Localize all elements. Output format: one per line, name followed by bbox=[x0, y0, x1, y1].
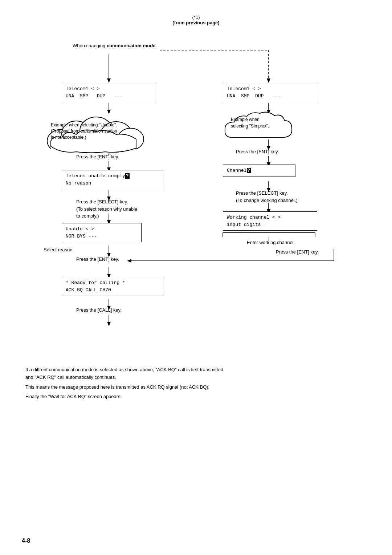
footer-para1: If a diffrent communication mode is sele… bbox=[25, 366, 229, 381]
right-screen3: Working channel < > input digits = bbox=[223, 211, 317, 231]
page-note: (*1) bbox=[22, 15, 370, 20]
footer-section: If a diffrent communication mode is sele… bbox=[22, 366, 370, 401]
left-screen2: Telecom unable comply? No reason bbox=[62, 170, 163, 189]
left-screen3: Unable < > NOR BYS --- bbox=[62, 223, 142, 242]
left-cloud-text: Example when selecting "Unable".(Proposa… bbox=[51, 122, 138, 140]
svg-marker-41 bbox=[107, 322, 111, 326]
right-step1: Press the [ENT] key. bbox=[236, 149, 279, 154]
footer-para2: This means the message proposed here is … bbox=[25, 384, 229, 391]
right-screen1: Telecom1 < > UNA SMP DUP --- bbox=[223, 83, 317, 102]
right-cloud-text: Example whenselecting "Simplex". bbox=[231, 116, 296, 129]
right-step2: Press the [SELECT] key. (To change worki… bbox=[236, 190, 298, 204]
right-cloud: Example whenselecting "Simplex". bbox=[221, 108, 308, 148]
left-step1: Press the [ENT] key. bbox=[76, 154, 119, 159]
final-screen: * Ready for calling * ACK BQ CALL CH70 bbox=[62, 277, 163, 296]
right-step3: Press the [ENT] key. bbox=[276, 249, 319, 255]
right-screen2: Channel? bbox=[223, 165, 295, 177]
left-cloud: Example when selecting "Unable".(Proposa… bbox=[44, 112, 145, 157]
svg-marker-6 bbox=[267, 78, 270, 83]
diagram-container: When changing communication mode. Teleco… bbox=[22, 32, 370, 359]
left-screen1: Telecom1 < > UNA SMP DUP --- bbox=[62, 83, 156, 102]
svg-marker-3 bbox=[107, 78, 111, 83]
page-subtitle: (from previous page) bbox=[22, 20, 370, 25]
left-step2: Press the [SELECT] key. (To select reaso… bbox=[76, 198, 137, 220]
intro-text: When changing communication mode. bbox=[73, 43, 157, 48]
final-step: Press the [CALL] key. bbox=[76, 307, 122, 313]
enter-channel-label: Enter working channel. bbox=[247, 240, 295, 245]
footer-para3: Finally the "Wait for ACK BQ" screen app… bbox=[25, 393, 229, 401]
left-step3: Press the [ENT] key. bbox=[76, 256, 119, 262]
svg-marker-35 bbox=[127, 259, 131, 263]
select-reason-label: Select reason. bbox=[44, 247, 74, 252]
page-number: 4-8 bbox=[22, 538, 30, 544]
